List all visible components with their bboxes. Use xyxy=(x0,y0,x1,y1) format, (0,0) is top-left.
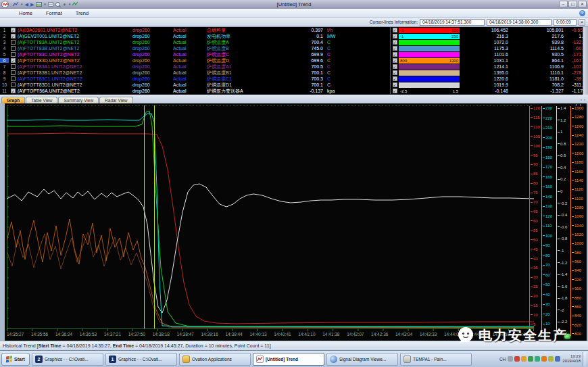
axis-tick-label: -1.2 xyxy=(560,261,567,265)
axis-tick-label: 220 xyxy=(545,116,552,120)
pen-visible-checkbox[interactable]: ✓ xyxy=(393,34,397,39)
pen-visible-checkbox[interactable]: ✓ xyxy=(393,58,397,63)
tab-scroll-right-icon[interactable]: › xyxy=(584,97,585,101)
pen-color-swatch[interactable]: -2.51.5 xyxy=(399,89,460,94)
pen-checkbox[interactable] xyxy=(11,52,16,57)
taskbar-clock[interactable]: 13:232019/4/18 xyxy=(562,354,581,364)
pen-visible-checkbox[interactable]: ✓ xyxy=(393,70,397,75)
pen-visible-checkbox[interactable]: ✓ xyxy=(393,28,397,32)
menu-format[interactable]: Format xyxy=(46,10,62,16)
tab-table-view[interactable]: Table View xyxy=(26,97,57,103)
tray-icon[interactable] xyxy=(514,356,520,362)
menu-trend[interactable]: Trend xyxy=(76,10,89,16)
axis-tick: -1.4 xyxy=(558,272,568,276)
tab-graph[interactable]: Graph xyxy=(1,97,25,103)
pen-visible-checkbox[interactable]: ✓ xyxy=(393,89,397,93)
cursor1-time-field[interactable]: 04/18/2019 14:37:51.300 xyxy=(420,19,485,26)
pen-visible-checkbox[interactable]: ✓ xyxy=(393,40,397,45)
axis-tick-label: 100 xyxy=(533,144,540,148)
pen-color-swatch[interactable] xyxy=(399,76,460,82)
row-number[interactable]: 3 xyxy=(0,40,9,45)
pen-visible-checkbox[interactable]: ✓ xyxy=(393,76,397,81)
pen-description: 炉膛压力变送器A xyxy=(207,88,289,95)
row-number[interactable]: 11 xyxy=(0,89,9,93)
start-button[interactable]: Start xyxy=(1,353,30,366)
tab-summary-view[interactable]: Summary View xyxy=(58,97,99,103)
tab-scroll-left-icon[interactable]: ‹ xyxy=(581,97,582,101)
row-number[interactable]: 8 xyxy=(0,70,9,75)
axis-tick: 1080 xyxy=(572,205,585,210)
tray-icon[interactable] xyxy=(528,356,533,362)
minimize-button[interactable]: – xyxy=(559,1,568,7)
tray-icon[interactable] xyxy=(555,356,560,362)
row-number[interactable]: 1 xyxy=(0,28,9,32)
pen-visible-checkbox[interactable]: ✓ xyxy=(393,64,397,69)
axis-tick-label: 50 xyxy=(545,283,550,287)
maximize-button[interactable]: ▢ xyxy=(568,1,577,7)
taskbar-button[interactable]: 2Graphics - - C:\Ovati... xyxy=(32,353,103,366)
close-cursor-info-icon[interactable]: ✕ xyxy=(579,19,585,26)
pen-color-swatch[interactable] xyxy=(399,82,460,88)
tab-radar-view[interactable]: Radar View xyxy=(99,97,132,103)
pen-checkbox[interactable]: ✓ xyxy=(11,58,16,63)
taskbar-button[interactable]: Ovation Applications xyxy=(179,353,251,366)
pen-checkbox[interactable] xyxy=(11,64,16,69)
close-button[interactable]: ✕ xyxy=(578,1,587,7)
tray-icon[interactable] xyxy=(508,356,513,362)
pen-visible-checkbox[interactable]: ✓ xyxy=(393,82,397,87)
axis-tick-label: 110 xyxy=(545,224,552,228)
pen-checkbox[interactable] xyxy=(11,82,16,87)
pen-color-swatch[interactable]: -1120 xyxy=(399,28,460,33)
row-number[interactable]: 10 xyxy=(0,82,9,87)
pen-checkbox[interactable] xyxy=(11,46,16,51)
tray-icon[interactable] xyxy=(548,356,554,362)
tray-icon[interactable] xyxy=(535,356,540,362)
axis-tick-label: 1160 xyxy=(574,170,583,174)
pen-color-swatch[interactable] xyxy=(399,46,460,51)
row-number[interactable]: 9 xyxy=(0,76,9,81)
taskbar-button[interactable]: [Untitled] Trend xyxy=(253,353,324,366)
menu-home[interactable]: Home xyxy=(19,10,32,16)
tray-icon[interactable] xyxy=(521,356,526,362)
page-right-icon[interactable]: › xyxy=(580,103,581,107)
axis-tick-label: -2.2 xyxy=(560,320,567,324)
axis-tick: 10 xyxy=(531,313,539,317)
scale-max: 230 xyxy=(451,34,458,39)
axis-tick: 1260 xyxy=(572,124,585,128)
pen-checkbox[interactable]: ✓ xyxy=(11,28,16,32)
axis-tick-label: 1220 xyxy=(574,142,583,146)
taskbar-button[interactable]: TEMPA1 - Pain... xyxy=(400,353,472,366)
pen-visible-checkbox[interactable]: ✓ xyxy=(393,46,397,51)
pen-color-swatch[interactable] xyxy=(399,70,460,76)
axis-tick: 1240 xyxy=(572,133,585,137)
language-indicator[interactable]: CH xyxy=(499,357,506,362)
taskbar-button[interactable]: Signal Diagram Viewe... xyxy=(326,353,398,366)
row-number[interactable]: 5 xyxy=(0,52,9,57)
pen-color-swatch[interactable] xyxy=(399,40,460,45)
pen-checkbox[interactable] xyxy=(11,40,16,45)
pen-visible-checkbox[interactable]: ✓ xyxy=(393,52,397,57)
help-icon[interactable]: ? xyxy=(579,10,585,16)
pen-color-swatch[interactable]: -1230 xyxy=(399,34,460,39)
cursor2-value: 708.2 xyxy=(508,82,564,87)
tray-icon[interactable] xyxy=(541,356,547,362)
pen-checkbox[interactable]: ✓ xyxy=(11,89,16,93)
table-scrollbar[interactable] xyxy=(583,27,588,95)
row-number[interactable]: 2 xyxy=(0,34,9,39)
show-desktop-button[interactable] xyxy=(583,352,586,366)
row-number[interactable]: 6 xyxy=(0,58,9,63)
pen-color-swatch[interactable] xyxy=(399,64,460,70)
pen-mode: Actual xyxy=(173,28,207,32)
pen-checkbox[interactable] xyxy=(11,70,16,75)
graph-canvas[interactable]: 14:35:2714:35:5614:36:2414:36:5314:37:21… xyxy=(5,103,587,341)
row-number[interactable]: 7 xyxy=(0,64,9,69)
row-number[interactable]: 4 xyxy=(0,46,9,51)
pen-color-swatch[interactable] xyxy=(399,52,460,57)
cursor-delta-field[interactable]: 0:00:09 xyxy=(554,19,577,26)
pen-checkbox[interactable]: ✓ xyxy=(11,34,16,39)
page-left-icon[interactable]: ‹ xyxy=(575,103,577,107)
taskbar-button[interactable]: 1Graphics - - C:\Ovati... xyxy=(105,353,177,366)
pen-checkbox[interactable] xyxy=(11,76,16,81)
pen-color-swatch[interactable]: 8001300 xyxy=(399,58,460,64)
cursor2-time-field[interactable]: 04/18/2019 14:38:00.300 xyxy=(487,19,552,26)
